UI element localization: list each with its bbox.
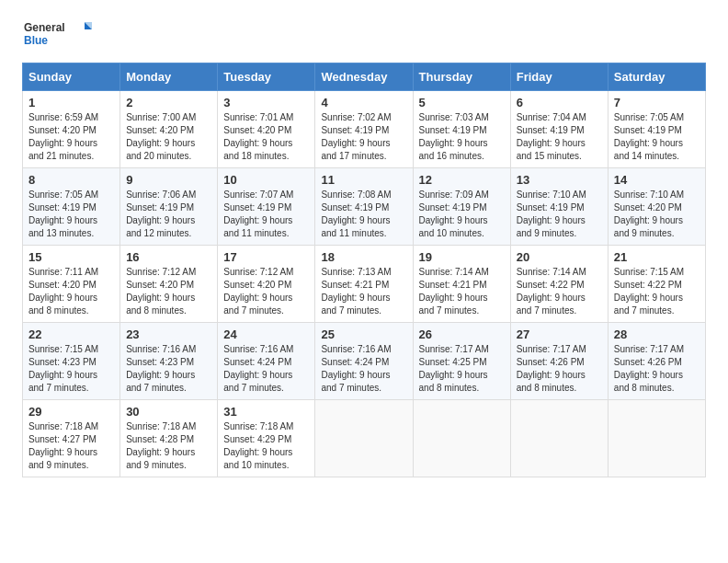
day-info: Sunrise: 7:17 AM Sunset: 4:26 PM Dayligh… xyxy=(517,343,602,395)
logo-svg: General Blue xyxy=(22,18,96,52)
day-number: 25 xyxy=(321,327,406,341)
day-info: Sunrise: 7:06 AM Sunset: 4:19 PM Dayligh… xyxy=(126,189,211,240)
calendar-cell: 22 Sunrise: 7:15 AM Sunset: 4:23 PM Dayl… xyxy=(23,323,120,400)
day-number: 13 xyxy=(517,173,602,187)
day-number: 6 xyxy=(517,96,602,109)
day-number: 31 xyxy=(223,405,309,419)
day-info: Sunrise: 7:16 AM Sunset: 4:24 PM Dayligh… xyxy=(223,343,309,395)
day-info: Sunrise: 7:12 AM Sunset: 4:20 PM Dayligh… xyxy=(126,266,211,317)
calendar-cell: 18 Sunrise: 7:13 AM Sunset: 4:21 PM Dayl… xyxy=(315,246,413,323)
day-info: Sunrise: 7:05 AM Sunset: 4:19 PM Dayligh… xyxy=(614,111,700,163)
day-header-saturday: Saturday xyxy=(608,63,705,91)
day-number: 10 xyxy=(223,173,309,187)
calendar-cell: 7 Sunrise: 7:05 AM Sunset: 4:19 PM Dayli… xyxy=(608,91,705,168)
calendar-cell: 14 Sunrise: 7:10 AM Sunset: 4:20 PM Dayl… xyxy=(608,168,705,246)
day-info: Sunrise: 7:18 AM Sunset: 4:27 PM Dayligh… xyxy=(28,420,114,472)
calendar-cell: 16 Sunrise: 7:12 AM Sunset: 4:20 PM Dayl… xyxy=(120,246,218,323)
calendar-cell: 12 Sunrise: 7:09 AM Sunset: 4:19 PM Dayl… xyxy=(413,168,510,246)
day-number: 19 xyxy=(419,250,505,264)
calendar-cell: 26 Sunrise: 7:17 AM Sunset: 4:25 PM Dayl… xyxy=(413,323,510,400)
day-header-monday: Monday xyxy=(120,63,218,91)
calendar-cell: 9 Sunrise: 7:06 AM Sunset: 4:19 PM Dayli… xyxy=(120,168,218,246)
day-info: Sunrise: 7:10 AM Sunset: 4:19 PM Dayligh… xyxy=(517,189,602,240)
day-number: 2 xyxy=(126,96,211,109)
calendar-cell: 25 Sunrise: 7:16 AM Sunset: 4:24 PM Dayl… xyxy=(315,323,413,400)
calendar-cell: 30 Sunrise: 7:18 AM Sunset: 4:28 PM Dayl… xyxy=(120,400,218,477)
day-number: 9 xyxy=(126,173,211,187)
day-number: 14 xyxy=(614,173,700,187)
calendar-cell: 28 Sunrise: 7:17 AM Sunset: 4:26 PM Dayl… xyxy=(608,323,705,400)
calendar-cell: 21 Sunrise: 7:15 AM Sunset: 4:22 PM Dayl… xyxy=(608,246,705,323)
day-info: Sunrise: 7:02 AM Sunset: 4:19 PM Dayligh… xyxy=(321,111,406,163)
day-info: Sunrise: 7:11 AM Sunset: 4:20 PM Dayligh… xyxy=(28,266,114,317)
day-info: Sunrise: 7:18 AM Sunset: 4:28 PM Dayligh… xyxy=(126,420,211,472)
day-number: 5 xyxy=(419,96,505,109)
calendar-cell: 29 Sunrise: 7:18 AM Sunset: 4:27 PM Dayl… xyxy=(23,400,120,477)
day-number: 4 xyxy=(321,96,406,109)
day-info: Sunrise: 7:12 AM Sunset: 4:20 PM Dayligh… xyxy=(223,266,309,317)
day-number: 7 xyxy=(614,96,700,109)
day-number: 28 xyxy=(614,327,700,341)
calendar-cell: 2 Sunrise: 7:00 AM Sunset: 4:20 PM Dayli… xyxy=(120,91,218,168)
day-info: Sunrise: 7:00 AM Sunset: 4:20 PM Dayligh… xyxy=(126,111,211,163)
day-info: Sunrise: 7:18 AM Sunset: 4:29 PM Dayligh… xyxy=(223,420,309,472)
week-row-1: 1 Sunrise: 6:59 AM Sunset: 4:20 PM Dayli… xyxy=(23,91,706,168)
day-info: Sunrise: 7:04 AM Sunset: 4:19 PM Dayligh… xyxy=(517,111,602,163)
day-info: Sunrise: 7:07 AM Sunset: 4:19 PM Dayligh… xyxy=(223,189,309,240)
day-info: Sunrise: 7:10 AM Sunset: 4:20 PM Dayligh… xyxy=(614,189,700,240)
day-number: 18 xyxy=(321,250,406,264)
calendar-cell: 11 Sunrise: 7:08 AM Sunset: 4:19 PM Dayl… xyxy=(315,168,413,246)
day-number: 23 xyxy=(126,327,211,341)
header-row: SundayMondayTuesdayWednesdayThursdayFrid… xyxy=(23,63,706,91)
day-number: 12 xyxy=(419,173,505,187)
svg-text:General: General xyxy=(24,21,65,34)
day-number: 26 xyxy=(419,327,505,341)
week-row-4: 22 Sunrise: 7:15 AM Sunset: 4:23 PM Dayl… xyxy=(23,323,706,400)
day-info: Sunrise: 7:17 AM Sunset: 4:25 PM Dayligh… xyxy=(419,343,505,395)
day-number: 27 xyxy=(517,327,602,341)
calendar-cell: 8 Sunrise: 7:05 AM Sunset: 4:19 PM Dayli… xyxy=(23,168,120,246)
calendar-cell: 3 Sunrise: 7:01 AM Sunset: 4:20 PM Dayli… xyxy=(218,91,315,168)
calendar-cell: 20 Sunrise: 7:14 AM Sunset: 4:22 PM Dayl… xyxy=(510,246,608,323)
calendar-cell: 10 Sunrise: 7:07 AM Sunset: 4:19 PM Dayl… xyxy=(218,168,315,246)
calendar-cell xyxy=(608,400,705,477)
day-info: Sunrise: 7:08 AM Sunset: 4:19 PM Dayligh… xyxy=(321,189,406,240)
day-info: Sunrise: 7:14 AM Sunset: 4:22 PM Dayligh… xyxy=(517,266,602,317)
day-number: 30 xyxy=(126,405,211,419)
calendar-cell: 15 Sunrise: 7:11 AM Sunset: 4:20 PM Dayl… xyxy=(23,246,120,323)
calendar: SundayMondayTuesdayWednesdayThursdayFrid… xyxy=(22,63,706,477)
calendar-cell: 4 Sunrise: 7:02 AM Sunset: 4:19 PM Dayli… xyxy=(315,91,413,168)
day-number: 3 xyxy=(223,96,309,109)
day-number: 1 xyxy=(28,96,114,109)
day-number: 15 xyxy=(28,250,114,264)
calendar-cell: 27 Sunrise: 7:17 AM Sunset: 4:26 PM Dayl… xyxy=(510,323,608,400)
logo: General Blue xyxy=(22,18,96,52)
day-info: Sunrise: 7:14 AM Sunset: 4:21 PM Dayligh… xyxy=(419,266,505,317)
week-row-2: 8 Sunrise: 7:05 AM Sunset: 4:19 PM Dayli… xyxy=(23,168,706,246)
day-header-wednesday: Wednesday xyxy=(315,63,413,91)
day-info: Sunrise: 7:01 AM Sunset: 4:20 PM Dayligh… xyxy=(223,111,309,163)
calendar-cell: 31 Sunrise: 7:18 AM Sunset: 4:29 PM Dayl… xyxy=(218,400,315,477)
calendar-cell: 5 Sunrise: 7:03 AM Sunset: 4:19 PM Dayli… xyxy=(413,91,510,168)
day-number: 29 xyxy=(28,405,114,419)
calendar-cell: 13 Sunrise: 7:10 AM Sunset: 4:19 PM Dayl… xyxy=(510,168,608,246)
day-header-friday: Friday xyxy=(510,63,608,91)
calendar-cell: 1 Sunrise: 6:59 AM Sunset: 4:20 PM Dayli… xyxy=(23,91,120,168)
day-header-thursday: Thursday xyxy=(413,63,510,91)
day-info: Sunrise: 7:15 AM Sunset: 4:23 PM Dayligh… xyxy=(28,343,114,395)
calendar-cell xyxy=(510,400,608,477)
day-info: Sunrise: 7:13 AM Sunset: 4:21 PM Dayligh… xyxy=(321,266,406,317)
day-header-tuesday: Tuesday xyxy=(218,63,315,91)
svg-text:Blue: Blue xyxy=(24,34,48,47)
day-number: 16 xyxy=(126,250,211,264)
day-info: Sunrise: 7:16 AM Sunset: 4:24 PM Dayligh… xyxy=(321,343,406,395)
day-info: Sunrise: 7:15 AM Sunset: 4:22 PM Dayligh… xyxy=(614,266,700,317)
day-number: 8 xyxy=(28,173,114,187)
day-info: Sunrise: 7:05 AM Sunset: 4:19 PM Dayligh… xyxy=(28,189,114,240)
day-number: 21 xyxy=(614,250,700,264)
day-number: 11 xyxy=(321,173,406,187)
day-header-sunday: Sunday xyxy=(23,63,120,91)
calendar-cell: 24 Sunrise: 7:16 AM Sunset: 4:24 PM Dayl… xyxy=(218,323,315,400)
header: General Blue xyxy=(22,18,706,52)
day-info: Sunrise: 7:17 AM Sunset: 4:26 PM Dayligh… xyxy=(614,343,700,395)
